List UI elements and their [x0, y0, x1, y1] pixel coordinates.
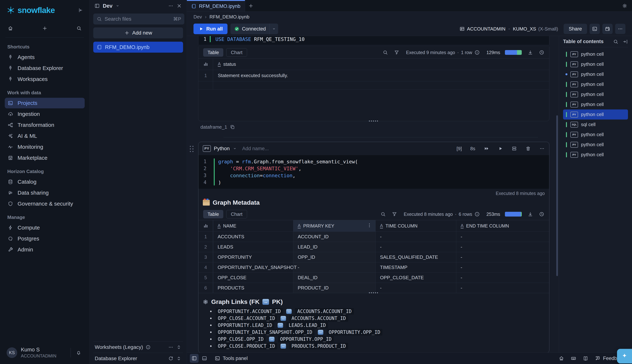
run-all-below-icon[interactable]	[484, 146, 489, 151]
connection-dropdown[interactable]	[270, 27, 278, 31]
share-button[interactable]: Share	[564, 24, 587, 34]
info-icon[interactable]	[474, 50, 480, 55]
resize-handle-icon[interactable]	[369, 291, 379, 295]
copy-icon[interactable]	[230, 124, 235, 130]
filter-icon[interactable]	[392, 212, 397, 217]
metadata-tab-chart[interactable]: Chart	[226, 210, 247, 218]
sidebar-item-workspaces[interactable]: Workspaces	[5, 74, 85, 84]
table-row[interactable]: 3OPPORTUNITYOPP_IDSALES_QUALIFIED_DATE-	[198, 252, 549, 262]
chevron-down-icon[interactable]	[233, 146, 237, 151]
search-icon[interactable]	[76, 26, 82, 31]
more-actions-button[interactable]	[615, 24, 625, 34]
search-results-icon[interactable]	[380, 212, 386, 217]
info-icon[interactable]	[474, 212, 480, 217]
toc-item-5[interactable]: PYpython cell	[563, 89, 628, 100]
table-row[interactable]: 1 Statement executed successfully.	[198, 70, 549, 81]
column-header-name[interactable]: ANAME	[213, 220, 293, 232]
collapse-sidebar-icon[interactable]	[77, 8, 83, 13]
drag-handle-icon[interactable]	[190, 146, 193, 152]
connection-status-control[interactable]: Connected	[230, 24, 278, 34]
more-options-icon[interactable]	[168, 3, 174, 8]
database-explorer-row[interactable]: Database Explorer	[93, 353, 183, 364]
tab-rfm-demo[interactable]: RFM_DEMO.ipynb	[187, 0, 245, 12]
table-row[interactable]: 1ACCOUNTSACCOUNT_ID--	[198, 232, 549, 242]
run-cell-icon[interactable]	[498, 146, 503, 151]
cell-more-options-icon[interactable]	[539, 146, 545, 151]
worksheets-legacy-row[interactable]: Worksheets (Legacy)	[93, 341, 183, 353]
toc-item-1[interactable]: PYpython cell	[563, 49, 628, 59]
toc-item-7[interactable]: PYpython cell	[563, 110, 628, 120]
open-tools-panel-button[interactable]	[589, 24, 600, 34]
table-row[interactable]: 2LEADSLEAD_ID--	[198, 242, 549, 252]
sidebar-item-database-explorer[interactable]: Database Explorer	[5, 63, 85, 74]
toggle-bottom-panel-button[interactable]	[200, 354, 209, 363]
sidebar-item-ai-ml[interactable]: AI & ML	[5, 131, 85, 141]
file-item-rfm-demo-ipynb[interactable]: RFM_DEMO.ipynb	[93, 42, 183, 53]
sidebar-item-catalog[interactable]: Catalog	[5, 176, 85, 187]
row-number-header[interactable]	[198, 220, 213, 232]
toc-item-3[interactable]: PYpython cell	[563, 69, 628, 79]
home-icon[interactable]	[8, 26, 13, 31]
clipped-sql-cell[interactable]: 1 USE DATABASE RFM_QE_TESTING_10	[198, 36, 549, 45]
toc-search-icon[interactable]	[613, 39, 618, 44]
toggle-left-panel-button[interactable]	[190, 354, 199, 363]
code-editor[interactable]: 1graph = rfm.Graph.from_snowflake_semant…	[198, 155, 549, 189]
sidebar-item-compute[interactable]: Compute	[5, 222, 85, 233]
table-row[interactable]: 5OPP_CLOSEDEAL_IDOPP_CLOSE_DATE-	[198, 272, 549, 283]
toc-item-9[interactable]: PYpython cell	[563, 130, 628, 140]
column-menu-icon[interactable]	[367, 222, 372, 229]
language-selector[interactable]: Python	[214, 146, 230, 152]
download-icon[interactable]	[528, 50, 533, 55]
copilot-button[interactable]	[617, 349, 632, 364]
toc-item-8[interactable]: SQLsql cell	[563, 120, 628, 130]
tools-panel-button[interactable]: Tools panel	[215, 356, 248, 361]
column-header-status[interactable]: A status	[213, 58, 549, 70]
cell-name-placeholder[interactable]: Add name...	[242, 146, 269, 152]
toc-item-10[interactable]: PYpython cell	[563, 140, 628, 150]
chevron-down-icon[interactable]	[115, 4, 120, 8]
breadcrumb-file[interactable]: RFM_DEMO.ipynb	[210, 14, 249, 20]
sidebar-item-ingestion[interactable]: Ingestion	[5, 109, 85, 119]
sidebar-item-governance-security[interactable]: Governance & security	[5, 198, 85, 209]
close-panel-icon[interactable]	[176, 3, 182, 8]
search-results-icon[interactable]	[383, 50, 388, 55]
sidebar-item-postgres[interactable]: Postgres	[5, 233, 85, 244]
documentation-icon[interactable]	[583, 356, 588, 361]
download-icon[interactable]	[528, 212, 533, 217]
history-clock-icon[interactable]	[539, 50, 544, 55]
sidebar-item-data-sharing[interactable]: Data sharing	[5, 188, 85, 198]
resize-handle-icon[interactable]	[369, 119, 379, 123]
toc-item-6[interactable]: PYpython cell	[563, 100, 628, 110]
user-row[interactable]: KS Kumo S ACCOUNTADMIN	[5, 342, 85, 364]
filter-icon[interactable]	[394, 50, 399, 55]
cell-divider[interactable]	[223, 137, 538, 138]
expand-collapse-icon[interactable]	[176, 344, 182, 350]
sidebar-item-marketplace[interactable]: Marketplace	[5, 152, 85, 163]
toc-item-2[interactable]: PYpython cell	[563, 59, 628, 69]
settings-gear-button[interactable]	[617, 0, 632, 12]
notifications-bell-icon[interactable]	[74, 350, 83, 356]
create-new-icon[interactable]	[42, 26, 48, 31]
sidebar-item-agents[interactable]: Agents	[5, 52, 85, 62]
column-header-primary-key[interactable]: APRIMARY KEY	[293, 220, 376, 232]
toc-item-4[interactable]: PYpython cell	[563, 79, 628, 89]
role-selector[interactable]: ACCOUNTADMIN	[459, 26, 505, 32]
connection-status[interactable]: Connected	[230, 26, 269, 32]
refresh-icon[interactable]	[168, 356, 174, 361]
schedule-button[interactable]	[602, 24, 613, 34]
expand-collapse-icon[interactable]	[176, 356, 182, 361]
result1-tab-chart[interactable]: Chart	[226, 48, 247, 57]
table-row[interactable]: 4OPPORTUNITY_DAILY_SNAPSHOT-TIMESTAMP-	[198, 262, 549, 272]
delete-cell-icon[interactable]	[525, 146, 531, 151]
avatar[interactable]: KS	[7, 347, 17, 358]
vertical-scrollbar[interactable]	[556, 115, 558, 276]
column-header-time-column[interactable]: ATIME COLUMN	[376, 220, 456, 232]
result1-tab-table[interactable]: Table	[203, 48, 223, 57]
keyboard-shortcuts-icon[interactable]	[571, 356, 576, 361]
warehouse-selector[interactable]: KUMO_XS (X-Small)	[513, 26, 558, 32]
add-cell-icon[interactable]	[511, 146, 517, 151]
metadata-tab-table[interactable]: Table	[203, 210, 223, 218]
history-clock-icon[interactable]	[539, 212, 544, 217]
breadcrumb-workspace[interactable]: Dev	[193, 14, 202, 20]
toc-item-11[interactable]: PYpython cell	[563, 150, 628, 160]
